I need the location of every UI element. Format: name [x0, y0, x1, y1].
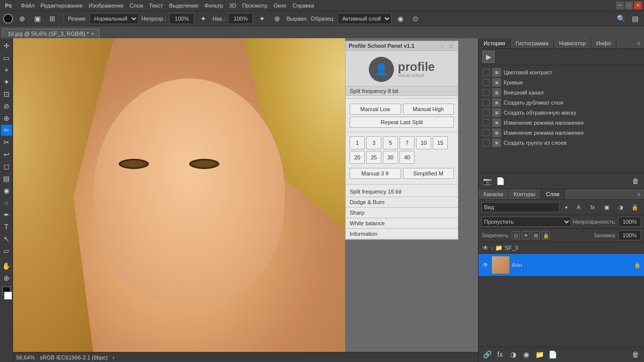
menu-filter[interactable]: Фильтр	[201, 2, 226, 10]
layers-filter-select[interactable]: Пропустить	[481, 217, 571, 227]
num-btn-30[interactable]: 30	[383, 151, 398, 164]
zoom-tool[interactable]: ⊕	[1, 273, 12, 284]
layer-styles-button[interactable]: fx	[495, 349, 506, 360]
new-group-button[interactable]: 📁	[534, 349, 545, 360]
brush-options-icon[interactable]: ▣	[31, 13, 43, 25]
play-button[interactable]: ▶	[482, 51, 495, 63]
menu-view[interactable]: Просмотр	[239, 2, 270, 10]
layer-group-icon[interactable]: 🔒	[629, 201, 641, 213]
tab-close-button[interactable]: ×	[92, 31, 95, 37]
hand-tool[interactable]: ✋	[1, 260, 12, 272]
move-tool[interactable]: ✛	[1, 40, 12, 51]
lock-position-button[interactable]: ✛	[522, 231, 530, 239]
history-item-4[interactable]: ▣ Создать обтравочную маску	[478, 108, 644, 118]
crop-tool[interactable]: ⊡	[1, 88, 12, 100]
new-doc-from-state-button[interactable]: 📄	[495, 175, 506, 187]
history-item-6[interactable]: ▣ Изменение режима наложения	[478, 128, 644, 138]
dodge-tool[interactable]: ○	[1, 197, 12, 208]
folder-arrow-icon[interactable]: ›	[492, 245, 493, 251]
lock-artboard-button[interactable]: ⊞	[532, 231, 540, 239]
opacity-input[interactable]	[169, 13, 194, 24]
blur-tool[interactable]: ◉	[1, 185, 12, 196]
eyedropper-tool[interactable]: ⊘	[1, 101, 12, 112]
panel-expand-button[interactable]: »	[439, 43, 445, 49]
pressure-input[interactable]	[228, 13, 253, 24]
shape-tool[interactable]: ▱	[1, 245, 12, 256]
section4-item[interactable]: Sharp	[346, 208, 458, 218]
lock-all-button[interactable]: 🔒	[542, 231, 550, 239]
section6-item[interactable]: Information	[346, 229, 458, 239]
manual-low-button[interactable]: Manual Low	[350, 104, 401, 115]
history-item-5[interactable]: ▣ Изменение режима наложения	[478, 118, 644, 128]
eraser-tool[interactable]: ◻	[1, 161, 12, 172]
menu-text[interactable]: Текст	[146, 2, 166, 10]
mode-select[interactable]: Нормальный	[90, 13, 138, 24]
history-checkbox-2[interactable]	[482, 89, 490, 96]
history-checkbox-7[interactable]	[482, 139, 490, 146]
manual-high-button[interactable]: Manual High	[403, 104, 454, 115]
eye-icon[interactable]: ◉	[394, 13, 407, 25]
delete-layer-button[interactable]: 🗑	[630, 349, 641, 360]
menu-3d[interactable]: 3D	[226, 2, 239, 10]
layer-folder-sf3[interactable]: 👁 › 📁 SF_3	[478, 242, 644, 254]
tab-navigator[interactable]: Навигатор	[554, 38, 591, 48]
layer-mask-icon[interactable]: ▣	[601, 201, 613, 213]
simplified-button[interactable]: Simplified M	[403, 168, 454, 179]
menu-layer[interactable]: Слои	[127, 2, 146, 10]
spot-heal-tool[interactable]: ⊕	[1, 113, 12, 124]
history-item-3[interactable]: ▣ Создать дубликат слоя	[478, 98, 644, 108]
tab-channels[interactable]: Каналы	[478, 189, 509, 199]
history-collapse-icon[interactable]: ≡	[636, 41, 642, 46]
num-btn-15[interactable]: 15	[433, 136, 448, 149]
num-btn-20[interactable]: 20	[350, 151, 365, 164]
history-item-2[interactable]: ▣ Внешний канал	[478, 87, 644, 98]
layers-menu-icon[interactable]: ≡	[636, 192, 642, 197]
num-btn-10[interactable]: 10	[416, 136, 431, 149]
pen-tool[interactable]: ✒	[1, 209, 12, 220]
magic-wand-tool[interactable]: ✦	[1, 76, 12, 87]
brush-tool[interactable]: ✏	[1, 125, 12, 136]
lasso-tool[interactable]: ⌖	[1, 64, 12, 75]
gradient-tool[interactable]: ▤	[1, 173, 12, 184]
folder-eye-icon[interactable]: 👁	[481, 244, 490, 252]
menu-window[interactable]: Окно	[271, 2, 290, 10]
opacity-input[interactable]	[618, 217, 641, 227]
link-layers-button[interactable]: 🔗	[481, 349, 493, 360]
pressure-icon[interactable]: ✦	[256, 13, 268, 25]
panel-menu-button[interactable]: ☰	[447, 43, 455, 49]
menu-select[interactable]: Выделение	[166, 2, 201, 10]
section5-item[interactable]: White balance	[346, 218, 458, 229]
section2-item[interactable]: Split frequency 16 bit	[346, 187, 458, 197]
history-brush-tool[interactable]: ↩	[1, 149, 12, 160]
layers-search-input[interactable]	[481, 202, 559, 212]
delete-state-button[interactable]: 🗑	[630, 175, 641, 187]
panels-button[interactable]: ▤	[629, 13, 641, 25]
layer-adjust-icon[interactable]: ◑	[615, 201, 627, 213]
repeat-split-button[interactable]: Repeat Last Split	[350, 117, 454, 128]
num-btn-1[interactable]: 1	[350, 136, 365, 149]
brush-size-icon[interactable]: ⊕	[16, 13, 28, 25]
num-btn-3[interactable]: 3	[366, 136, 381, 149]
fill-input[interactable]	[618, 230, 641, 240]
text-tool[interactable]: T	[1, 221, 12, 232]
history-checkbox-6[interactable]	[482, 129, 490, 136]
airbrush-icon[interactable]: ⊗	[271, 13, 283, 25]
new-layer-button[interactable]: 📄	[547, 349, 558, 360]
history-item-1[interactable]: ▣ Кривые	[478, 77, 644, 87]
num-btn-40[interactable]: 40	[399, 151, 415, 164]
history-checkbox-5[interactable]	[482, 119, 490, 126]
tab-history[interactable]: История	[478, 38, 511, 48]
tab-histogram[interactable]: Гистограмма	[511, 38, 554, 48]
menu-edit[interactable]: Редактирование	[38, 2, 86, 10]
sample-select[interactable]: Активный слой	[338, 13, 391, 24]
layer-item-fon[interactable]: 👁 Фон 🔒	[478, 254, 644, 277]
minimize-button[interactable]: ─	[616, 2, 624, 10]
history-checkbox-1[interactable]	[482, 79, 490, 86]
new-snapshot-button[interactable]: 📷	[481, 175, 493, 187]
brush-preset-icon[interactable]: ⊞	[46, 13, 58, 25]
section3-item[interactable]: Dodge & Burn	[346, 197, 458, 208]
pressure2-icon[interactable]: ⊙	[410, 13, 422, 25]
layers-search-toggle[interactable]: ▾	[561, 203, 571, 212]
history-checkbox-3[interactable]	[482, 99, 490, 106]
history-item-0[interactable]: ▣ Цветовой контраст	[478, 67, 644, 77]
